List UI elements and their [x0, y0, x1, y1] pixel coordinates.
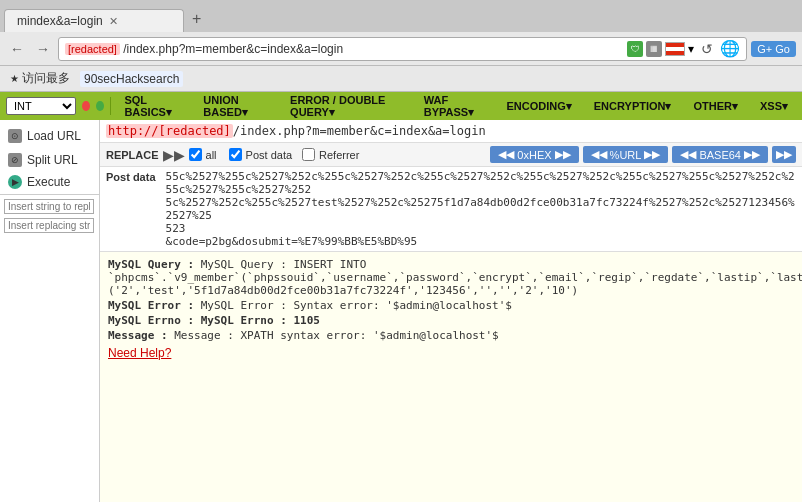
- main-toolbar: INT UTF-8 BASE64 SQL BASICS▾ UNION BASED…: [0, 92, 802, 120]
- load-url-item[interactable]: ⊙ Load URL: [0, 124, 99, 148]
- hex-encode-button[interactable]: ◀◀ 0xHEX ▶▶: [490, 146, 578, 163]
- need-help-link[interactable]: Need Help?: [108, 346, 794, 360]
- extra-encode-button[interactable]: ▶▶: [772, 146, 796, 163]
- post-data-section: Post data 55c%2527%255c%2527%252c%255c%2…: [100, 167, 802, 252]
- mysql-errno-text: MySQL Errno : 1105: [201, 314, 320, 327]
- forward-button[interactable]: →: [32, 39, 54, 59]
- split-url-icon: ⊘: [8, 153, 22, 167]
- toolbar-separator: [110, 97, 111, 115]
- replace-arrow-icon: ▶▶: [163, 147, 185, 163]
- bookmarks-bar: ★ 访问最多 90secHacksearch: [0, 66, 802, 92]
- results-area: MySQL Query : MySQL Query : INSERT INTO …: [100, 252, 802, 502]
- base64-arrow-right-icon: ▶▶: [744, 148, 760, 161]
- flag-icon: [665, 42, 685, 56]
- mysql-error-prefix: MySQL Error :: [108, 299, 201, 312]
- url-arrow-right-icon: ▶▶: [644, 148, 660, 161]
- menu-other[interactable]: OTHER▾: [686, 99, 747, 114]
- message-text: Message : XPATH syntax error: '$admin@lo…: [174, 329, 499, 342]
- encoding-select[interactable]: INT UTF-8 BASE64: [6, 97, 76, 115]
- post-data-content: 55c%2527%255c%2527%252c%255c%2527%252c%2…: [162, 167, 802, 251]
- bookmark-most-visited[interactable]: ★ 访问最多: [6, 69, 74, 88]
- post-data-section-label: Post data: [100, 167, 162, 251]
- tab-close-icon[interactable]: ✕: [109, 15, 118, 28]
- hex-arrow-left-icon: ◀◀: [498, 148, 514, 161]
- hex-arrow-right-icon: ▶▶: [555, 148, 571, 161]
- redacted-url-part: [redacted]: [65, 43, 120, 55]
- green-dot-icon: [96, 101, 104, 111]
- url-label: %URL: [610, 149, 642, 161]
- security-icons: 🛡 ▦ ▾ ↺ 🌐: [627, 39, 740, 59]
- menu-error-double[interactable]: ERROR / DOUBLE QUERY▾: [282, 93, 410, 120]
- extra-arrow-icon: ▶▶: [776, 148, 792, 161]
- base64-arrow-left-icon: ◀◀: [680, 148, 696, 161]
- split-url-item[interactable]: ⊘ Split URL: [0, 148, 99, 172]
- url-encode-button[interactable]: ◀◀ %URL ▶▶: [583, 146, 669, 163]
- security-shield-icon: 🛡: [627, 41, 643, 57]
- post-data-checkbox[interactable]: [229, 148, 242, 161]
- url-bar: http://[redacted]/index.php?m=member&c=i…: [100, 120, 802, 143]
- mysql-errno-line: MySQL Errno : MySQL Errno : 1105: [108, 314, 794, 327]
- hex-label: 0xHEX: [517, 149, 551, 161]
- referrer-checkbox[interactable]: [302, 148, 315, 161]
- menu-xss[interactable]: XSS▾: [752, 99, 796, 114]
- execute-icon: ▶: [8, 175, 22, 189]
- menu-encryption[interactable]: ENCRYPTION▾: [586, 99, 680, 114]
- menu-encoding[interactable]: ENCODING▾: [499, 99, 580, 114]
- insert-replace-input[interactable]: [4, 199, 94, 214]
- tab-title: mindex&a=login: [17, 14, 103, 28]
- menu-waf-bypass[interactable]: WAF BYPASS▾: [416, 93, 493, 120]
- main-content: http://[redacted]/index.php?m=member&c=i…: [100, 120, 802, 502]
- bookmark-90sec-label: 90secHacksearch: [84, 72, 179, 86]
- address-path: /index.php?m=member&c=index&a=login: [123, 42, 343, 56]
- mysql-error-line: MySQL Error : MySQL Error : Syntax error…: [108, 299, 794, 312]
- post-data-line4: &code=p2bg&dosubmit=%E7%99%BB%E5%BD%95: [166, 235, 798, 248]
- message-line: Message : Message : XPATH syntax error: …: [108, 329, 794, 342]
- mysql-query-text: MySQL Query : INSERT INTO `phpcms`.`v9_m…: [108, 258, 802, 297]
- bookmark-90sec[interactable]: 90secHacksearch: [80, 71, 183, 87]
- left-panel: ⊙ Load URL ⊘ Split URL ▶ Execute: [0, 120, 100, 502]
- back-button[interactable]: ←: [6, 39, 28, 59]
- url-redacted-part: http://[redacted]: [106, 124, 233, 138]
- nav-bar: ← → [redacted] /index.php?m=member&c=ind…: [0, 32, 802, 66]
- url-path-part: /index.php?m=member&c=index&a=login: [233, 124, 486, 138]
- panel-divider-1: [0, 194, 99, 195]
- red-dot-icon: [82, 101, 90, 111]
- bookmark-star-icon: ★: [10, 73, 19, 84]
- execute-item[interactable]: ▶ Execute: [0, 172, 99, 192]
- grid-icon: ▦: [646, 41, 662, 57]
- bookmark-most-visited-label: 访问最多: [22, 70, 70, 87]
- replace-label: REPLACE: [106, 149, 159, 161]
- execute-label: Execute: [27, 175, 70, 189]
- new-tab-button[interactable]: +: [184, 6, 209, 32]
- base64-encode-button[interactable]: ◀◀ BASE64 ▶▶: [672, 146, 768, 163]
- mysql-error-text: MySQL Error : Syntax error: '$admin@loca…: [201, 299, 512, 312]
- menu-union-based[interactable]: UNION BASED▾: [195, 93, 276, 120]
- address-bar[interactable]: [redacted] /index.php?m=member&c=index&a…: [58, 37, 747, 61]
- message-prefix: Message :: [108, 329, 174, 342]
- mysql-query-line: MySQL Query : MySQL Query : INSERT INTO …: [108, 258, 794, 297]
- address-text: [redacted] /index.php?m=member&c=index&a…: [65, 42, 623, 56]
- post-data-check-label: Post data: [246, 149, 292, 161]
- replace-all-checkbox[interactable]: [189, 148, 202, 161]
- split-url-label: Split URL: [27, 153, 78, 167]
- dropdown-arrow-icon: ▾: [688, 42, 694, 56]
- url-arrow-left-icon: ◀◀: [591, 148, 607, 161]
- refresh-button[interactable]: ↺: [697, 39, 717, 59]
- content-area: ⊙ Load URL ⊘ Split URL ▶ Execute http://…: [0, 120, 802, 502]
- insert-replacing-input[interactable]: [4, 218, 94, 233]
- mysql-errno-prefix: MySQL Errno :: [108, 314, 201, 327]
- post-data-line1: 55c%2527%255c%2527%252c%255c%2527%252c%2…: [166, 170, 798, 196]
- load-url-label: Load URL: [27, 129, 81, 143]
- active-tab[interactable]: mindex&a=login ✕: [4, 9, 184, 32]
- base64-label: BASE64: [699, 149, 741, 161]
- load-url-icon: ⊙: [8, 129, 22, 143]
- google-search-button[interactable]: G+ Go: [751, 41, 796, 57]
- url-display-text: http://[redacted]/index.php?m=member&c=i…: [106, 124, 486, 138]
- all-label: all: [206, 149, 217, 161]
- referrer-check-label: Referrer: [319, 149, 359, 161]
- globe-icon: 🌐: [720, 39, 740, 58]
- menu-sql-basics[interactable]: SQL BASICS▾: [116, 93, 189, 120]
- mysql-query-prefix: MySQL Query :: [108, 258, 201, 271]
- replace-section: REPLACE ▶▶ all Post data Referrer ◀◀ 0xH…: [100, 143, 802, 167]
- post-data-line3: 523: [166, 222, 798, 235]
